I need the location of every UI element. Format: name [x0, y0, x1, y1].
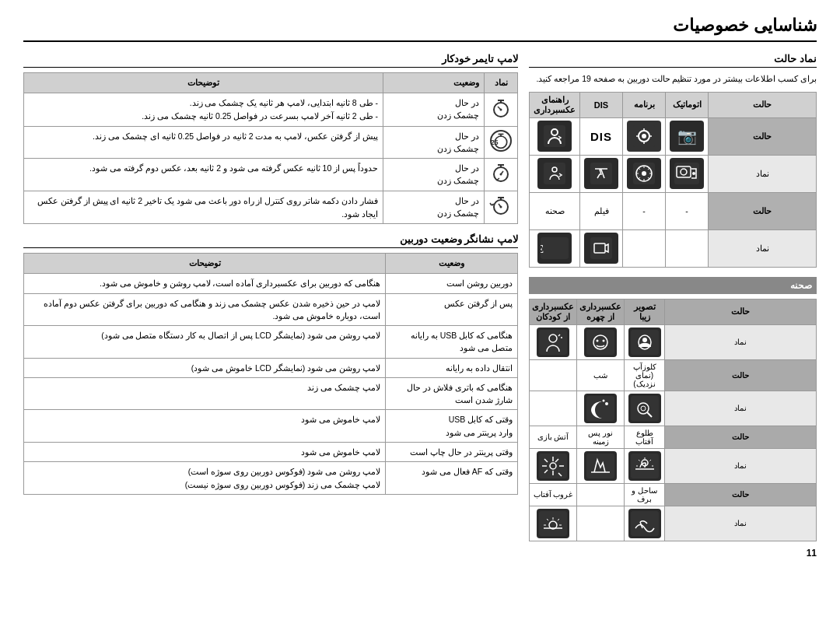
rahnema-nema: [537, 158, 572, 189]
lamp-auto-table: نماد وضعیت توضیحات: [23, 72, 518, 224]
timer-icon-1: [490, 97, 512, 119]
svg-point-48: [500, 206, 502, 208]
svg-point-32: [603, 399, 605, 401]
lamp-status-tozi-4: لامپ روشن می شود (نمایشگر LCD خاموش می ش…: [24, 358, 386, 377]
scene-section: صحنه حالت تصویر زیبا عکسبرداری از چهره ع…: [529, 277, 817, 541]
dis-nema: [584, 158, 618, 189]
dis-haat-icon: DIS: [580, 117, 623, 155]
scene-row-nema4: نماد: [665, 506, 817, 541]
row-nema2-label: نماد: [709, 229, 817, 267]
svg-rect-21: [586, 330, 614, 355]
svg-rect-27: [631, 396, 659, 421]
lamp-auto-vaziyat-2: در حالچشمک زدن: [383, 126, 485, 159]
scene-col6-label: [530, 359, 577, 391]
svg-point-8: [692, 172, 695, 175]
timer-icon-4: [489, 194, 513, 216]
row-haat-label: حالت: [709, 117, 817, 155]
lamp-status-vaziyat-2: پس از گرفتن عکس: [386, 293, 518, 326]
lamp-auto-nema-2: 25: [485, 126, 518, 159]
lamp-auto-nema-4: [485, 191, 518, 224]
scene-col12-label: غروب آفتاب: [530, 483, 577, 506]
lamp-status-row-4: انتقال داده به رایانه لامپ روشن می شود (…: [24, 358, 518, 377]
nema-haat-table: حالت اتوماتیک برنامه DIS راهنمایعکسبردار…: [529, 92, 817, 268]
lamp-status-th-tozi: توضیحات: [24, 254, 386, 274]
page: شناسایی خصوصیات نماد حالت برای کسب اطلاع…: [0, 0, 840, 634]
scene-col4-label: کلوزآپ(نمای نزدیک): [625, 359, 665, 391]
scene-col-1: تصویر زیبا: [625, 299, 665, 324]
lamp-auto-tozi-3: حدوداً پس از 10 ثانیه عکس گرفته می شود و…: [24, 159, 383, 191]
closeup-icon: [628, 394, 661, 423]
scene-col11-label: [577, 483, 625, 506]
beautiful-icon: [628, 328, 661, 357]
scene-col-haat: حالت: [665, 299, 817, 324]
lamp-auto-title: لامپ تایمر خودکار: [23, 53, 518, 68]
svg-point-31: [605, 402, 608, 405]
lamp-auto-th-vaziyat: وضعیت: [383, 73, 485, 93]
scene-row-nema1: نماد: [665, 324, 817, 359]
lamp-status-th-vaziyat: وضعیت: [386, 254, 518, 274]
scene-icon-1: [625, 324, 665, 359]
lamp-status-tozi-3: لامپ روشن می شود (نمایشگر LCD پس از اتصا…: [24, 326, 386, 359]
dis-nema-icon: [580, 155, 623, 192]
beach-icon: [628, 509, 661, 538]
lamp-status-row-6: وقتی که کابل USBوارد پرینتر می شود لامپ …: [24, 410, 518, 443]
lamp-auto-tozi-4: فشار دادن دکمه شاتر روی کنترل از راه دور…: [24, 191, 383, 224]
backlight-icon: [584, 451, 617, 481]
scene-empty: [530, 391, 577, 426]
scene-row-nema2: نماد: [665, 391, 817, 426]
sahneh-cell: صحنه: [530, 192, 580, 229]
lamp-auto-vaziyat-4: در حالچشمک زدن: [383, 191, 485, 224]
rahnema-nema-icon: [530, 155, 580, 192]
lamp-auto-row-1: در حالچشمک زدن - طی 8 ثانیه ابتدایی، لام…: [24, 93, 518, 127]
nema-haat-intro: برای کسب اطلاعات بیشتر در مورد تنظیم حال…: [529, 72, 817, 86]
lamp-auto-nema-1: [485, 93, 518, 127]
scene-icon-3: [530, 324, 577, 359]
left-section: نماد حالت برای کسب اطلاعات بیشتر در مورد…: [529, 53, 817, 541]
scene-col-2: عکسبرداری از چهره: [577, 299, 625, 324]
prog-nema: [627, 158, 661, 189]
col-prog: برنامه: [623, 92, 666, 117]
svg-point-20: [642, 338, 647, 342]
lamp-status-tozi-7: لامپ خاموش می شود: [24, 443, 386, 462]
lamp-auto-th-nema: نماد: [485, 73, 518, 93]
right-section: لامپ تایمر خودکار نماد وضعیت توضیحات: [23, 53, 518, 541]
lamp-status-section: لامپ نشانگر وضعیت دوربین وضعیت توضیحات د…: [23, 233, 518, 495]
lamp-status-row-3: هنگامی که کابل USB به رایانه متصل می شود…: [24, 326, 518, 359]
svg-point-42: [500, 108, 502, 110]
scene-icon: SCENE: [537, 233, 572, 264]
sunset-icon: [537, 509, 569, 538]
svg-rect-39: [539, 511, 567, 536]
page-number: 11: [23, 548, 817, 559]
scene-nema-icon: SCENE: [530, 229, 580, 267]
prog-nema2: [623, 229, 666, 267]
rahnema-haat-icon: [530, 117, 580, 155]
lamp-status-tozi-5: لامپ چشمک می زند: [24, 377, 386, 410]
scene-icon-10: [625, 506, 665, 541]
lamp-status-title: لامپ نشانگر وضعیت دوربین: [23, 233, 518, 248]
auto-haat2: -: [666, 192, 709, 229]
prog-icon: [627, 121, 661, 152]
auto-nema2: [666, 229, 709, 267]
lamp-status-row-5: هنگامی که باتری فلاش در حال شارژ شدن است…: [24, 377, 518, 410]
lamp-auto-tozi-1: - طی 8 ثانیه ابتدایی، لامپ هر ثانیه یک چ…: [24, 93, 383, 127]
scene-title: صحنه: [529, 277, 817, 294]
nema-haat-title: نماد حالت: [529, 53, 817, 68]
scene-col9-label: آتش بازی: [530, 426, 577, 448]
lamp-status-vaziyat-7: وقتی پرینتر در حال چاپ است: [386, 443, 518, 462]
scene-col5-label: شب: [577, 359, 625, 391]
scene-col-3: عکسبرداری از کودکان: [530, 299, 577, 324]
auto-icon: 📷: [670, 121, 704, 152]
svg-rect-14: [590, 237, 612, 259]
svg-text:SCENE: SCENE: [541, 243, 544, 255]
lamp-auto-row-3: در حالچشمک زدن حدوداً پس از 10 ثانیه عکس…: [24, 159, 518, 191]
col-haat: حالت: [709, 92, 817, 117]
row-nema-label: نماد: [709, 155, 817, 192]
film-icon: [584, 233, 618, 264]
scene-icon-5: [577, 391, 625, 426]
lamp-status-vaziyat-3: هنگامی که کابل USB به رایانه متصل می شود: [386, 326, 518, 359]
lamp-auto-row-4: در حالچشمک زدن فشار دادن دکمه شاتر روی ک…: [24, 191, 518, 224]
svg-point-24: [603, 339, 605, 342]
svg-rect-38: [631, 511, 659, 536]
row-haat2-label: حالت: [709, 192, 817, 229]
svg-rect-12: [544, 163, 565, 184]
